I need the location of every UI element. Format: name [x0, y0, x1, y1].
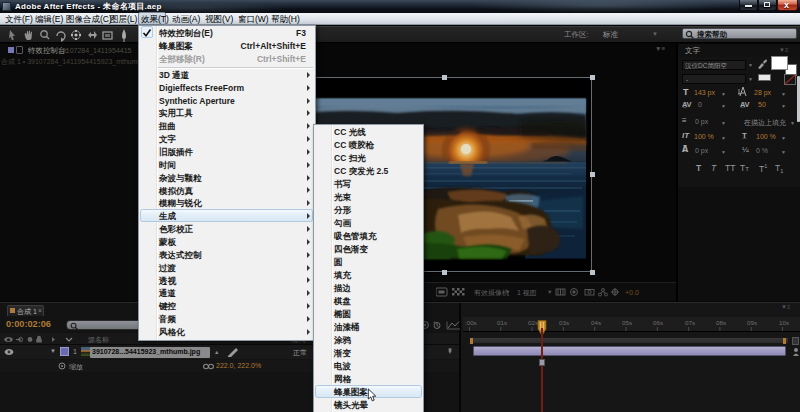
- svg-text:03s: 03s: [559, 319, 569, 326]
- svg-text:08s: 08s: [716, 319, 726, 326]
- svg-text::00s: :00s: [465, 319, 477, 326]
- svg-text:04s: 04s: [591, 319, 601, 326]
- svg-text:05s: 05s: [622, 319, 632, 326]
- svg-text:07s: 07s: [685, 319, 695, 326]
- svg-text:+0.0: +0.0: [625, 289, 639, 296]
- svg-text:09s: 09s: [747, 319, 757, 326]
- svg-text:01s: 01s: [497, 319, 507, 326]
- svg-text:06s: 06s: [653, 319, 663, 326]
- svg-text:10s: 10s: [779, 319, 789, 326]
